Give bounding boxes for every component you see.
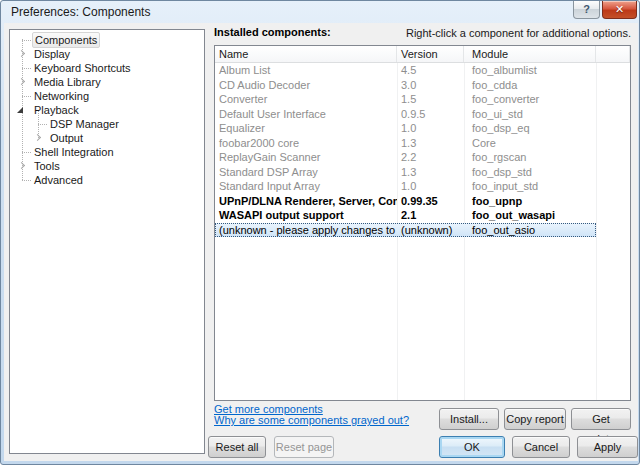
- table-row[interactable]: Equalizer 1.0 foo_dsp_eq: [215, 121, 596, 136]
- sidebar-item-playback[interactable]: Playback: [10, 103, 204, 117]
- sidebar-item-tools[interactable]: Tools: [10, 159, 204, 173]
- installed-components-heading: Installed components:: [214, 26, 331, 38]
- window-title: Preferences: Components: [11, 5, 150, 19]
- sidebar-item-output[interactable]: Output: [10, 131, 204, 145]
- column-header-filler: [596, 46, 630, 62]
- table-row[interactable]: Album List 4.5 foo_albumlist: [215, 63, 596, 78]
- cancel-button[interactable]: Cancel: [512, 436, 570, 458]
- help-button[interactable]: ?: [573, 1, 600, 19]
- sidebar-item-networking[interactable]: Networking: [10, 89, 204, 103]
- ok-button[interactable]: OK: [439, 436, 505, 458]
- sidebar-item-shell-integration[interactable]: Shell Integration: [10, 145, 204, 159]
- preferences-dialog: Preferences: Components ? ✕ Components D…: [0, 0, 640, 465]
- column-header-name[interactable]: Name: [215, 46, 397, 62]
- table-row[interactable]: Converter 1.5 foo_converter: [215, 92, 596, 107]
- chevron-expanded-icon[interactable]: [17, 106, 25, 114]
- apply-button[interactable]: Apply: [577, 436, 638, 458]
- sidebar-item-display[interactable]: Display: [10, 47, 204, 61]
- table-row[interactable]: ReplayGain Scanner 2.2 foo_rgscan: [215, 150, 596, 165]
- titlebar[interactable]: Preferences: Components: [1, 1, 639, 23]
- sidebar-item-advanced[interactable]: Advanced: [10, 173, 204, 187]
- reset-all-button[interactable]: Reset all: [208, 436, 266, 458]
- install-button[interactable]: Install...: [439, 408, 499, 430]
- table-row[interactable]: UPnP/DLNA Renderer, Server, Control Poin…: [215, 194, 596, 209]
- table-row[interactable]: Standard Input Array 1.0 foo_input_std: [215, 179, 596, 194]
- category-tree: Components Display Keyboard Shortcuts Me…: [9, 29, 205, 454]
- close-icon: ✕: [615, 3, 624, 15]
- chevron-right-icon[interactable]: [34, 134, 42, 142]
- reset-page-button: Reset page: [274, 436, 334, 458]
- close-button[interactable]: ✕: [602, 1, 637, 19]
- column-header-module[interactable]: Module: [464, 46, 596, 62]
- sidebar-item-media-library[interactable]: Media Library: [10, 75, 204, 89]
- chevron-right-icon[interactable]: [18, 162, 26, 170]
- help-icon: ?: [583, 3, 590, 15]
- get-updates-button[interactable]: Get updates: [571, 408, 631, 430]
- table-row[interactable]: WASAPI output support 2.1 foo_out_wasapi: [215, 208, 596, 223]
- dialog-client-area: Components Display Keyboard Shortcuts Me…: [4, 23, 638, 461]
- column-header-version[interactable]: Version: [397, 46, 464, 62]
- list-body: Album List 4.5 foo_albumlist CD Audio De…: [215, 63, 630, 237]
- sidebar-item-keyboard-shortcuts[interactable]: Keyboard Shortcuts: [10, 61, 204, 75]
- sidebar-item-components[interactable]: Components: [10, 33, 204, 47]
- right-click-hint: Right-click a component for additional o…: [406, 27, 631, 39]
- chevron-right-icon[interactable]: [18, 50, 26, 58]
- sidebar-item-dsp-manager[interactable]: DSP Manager: [10, 117, 204, 131]
- table-row-selected[interactable]: (unknown - please apply changes to load)…: [215, 223, 596, 238]
- table-row[interactable]: Default User Interface 0.9.5 foo_ui_std: [215, 107, 596, 122]
- grayed-out-explanation-link[interactable]: Why are some components grayed out?: [214, 414, 409, 426]
- table-row[interactable]: CD Audio Decoder 3.0 foo_cdda: [215, 78, 596, 93]
- components-list: Name Version Module Album List 4.5 foo_a…: [214, 45, 631, 401]
- copy-report-button[interactable]: Copy report: [504, 408, 566, 430]
- chevron-right-icon[interactable]: [18, 78, 26, 86]
- table-row[interactable]: Standard DSP Array 1.3 foo_dsp_std: [215, 165, 596, 180]
- table-row[interactable]: foobar2000 core 1.3 Core: [215, 136, 596, 151]
- list-header: Name Version Module: [215, 46, 630, 63]
